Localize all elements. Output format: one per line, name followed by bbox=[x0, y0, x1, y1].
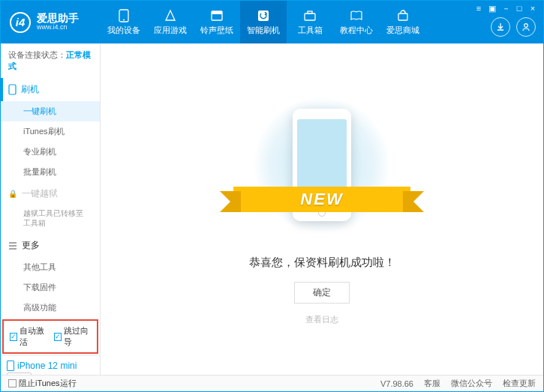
device-name: iPhone 12 mini bbox=[7, 361, 94, 371]
window-controls: ≡ ▣ － □ × bbox=[468, 1, 543, 16]
transfer-note: 越狱工具已转移至 工具箱 bbox=[1, 205, 100, 234]
cb-label: 跳过向导 bbox=[64, 325, 91, 348]
nav-label: 铃声壁纸 bbox=[200, 25, 233, 36]
sidebar-item-other-tools[interactable]: 其他工具 bbox=[1, 257, 100, 277]
checkbox-block-itunes[interactable]: 阻止iTunes运行 bbox=[8, 378, 77, 389]
main-content: NEW 恭喜您，保资料刷机成功啦！ 确定 查看日志 bbox=[101, 43, 543, 375]
ok-button[interactable]: 确定 bbox=[294, 282, 350, 304]
ribbon-text: NEW bbox=[233, 187, 410, 212]
svg-rect-5 bbox=[305, 13, 315, 20]
svg-rect-7 bbox=[398, 13, 407, 20]
logo-area: i4 爱思助手 www.i4.cn bbox=[1, 12, 101, 33]
nav-label: 教程中心 bbox=[340, 25, 373, 36]
nav-toolbox[interactable]: 工具箱 bbox=[287, 1, 333, 43]
svg-point-8 bbox=[524, 24, 528, 28]
device-block[interactable]: iPhone 12 mini 64GB Down-12mini-13,1 bbox=[1, 355, 100, 375]
minimize-button[interactable]: － bbox=[500, 3, 512, 13]
svg-rect-4 bbox=[258, 10, 269, 21]
list-icon bbox=[8, 242, 17, 250]
status-label: 设备连接状态： bbox=[8, 50, 66, 59]
toolbox-icon bbox=[303, 9, 317, 22]
wallpaper-icon bbox=[210, 9, 224, 22]
footer-wechat[interactable]: 微信公众号 bbox=[451, 378, 492, 389]
flash-icon bbox=[257, 9, 270, 22]
nav-label: 应用游戏 bbox=[154, 25, 187, 36]
close-button[interactable]: × bbox=[527, 3, 539, 13]
phone-illustration: NEW bbox=[254, 94, 389, 236]
user-button[interactable] bbox=[516, 17, 536, 37]
skin-icon[interactable]: ▣ bbox=[486, 3, 498, 13]
brand-name: 爱思助手 bbox=[37, 13, 79, 24]
store-icon bbox=[396, 9, 410, 22]
sidebar: 设备连接状态：正常模式 刷机 一键刷机 iTunes刷机 专业刷机 批量刷机 🔒… bbox=[1, 43, 101, 375]
nav-my-device[interactable]: 我的设备 bbox=[101, 1, 147, 43]
phone-icon bbox=[117, 9, 131, 22]
svg-point-1 bbox=[123, 19, 125, 20]
sidebar-item-itunes-flash[interactable]: iTunes刷机 bbox=[1, 121, 100, 142]
nav-label: 爱思商城 bbox=[386, 25, 419, 36]
checkbox-skip-guide[interactable]: ✓跳过向导 bbox=[54, 325, 91, 348]
header-label: 刷机 bbox=[21, 83, 39, 96]
sidebar-item-pro-flash[interactable]: 专业刷机 bbox=[1, 142, 100, 162]
view-log-link[interactable]: 查看日志 bbox=[305, 314, 338, 325]
nav-store[interactable]: 爱思商城 bbox=[380, 1, 426, 43]
footer: 阻止iTunes运行 V7.98.66 客服 微信公众号 检查更新 bbox=[1, 375, 543, 391]
sidebar-header-flash[interactable]: 刷机 bbox=[1, 78, 100, 101]
logo-icon: i4 bbox=[10, 12, 31, 33]
nav-apps-games[interactable]: 应用游戏 bbox=[147, 1, 194, 43]
sidebar-item-advanced[interactable]: 高级功能 bbox=[1, 298, 100, 318]
cb-label: 自动激活 bbox=[20, 325, 47, 348]
version-label: V7.98.66 bbox=[380, 379, 413, 388]
footer-service[interactable]: 客服 bbox=[424, 378, 440, 389]
new-banner: NEW bbox=[233, 187, 410, 212]
menu-icon[interactable]: ≡ bbox=[473, 3, 485, 13]
connection-status: 设备连接状态：正常模式 bbox=[1, 43, 100, 78]
cb-label: 阻止iTunes运行 bbox=[19, 378, 77, 389]
nav-label: 智能刷机 bbox=[247, 25, 280, 36]
checkbox-auto-activate[interactable]: ✓自动激活 bbox=[10, 325, 47, 348]
sidebar-item-oneclick-flash[interactable]: 一键刷机 bbox=[1, 101, 100, 121]
phone-small-icon bbox=[8, 84, 17, 95]
svg-rect-6 bbox=[308, 11, 312, 13]
lock-icon: 🔒 bbox=[8, 190, 17, 198]
sidebar-header-jailbreak[interactable]: 🔒 一键越狱 bbox=[1, 182, 100, 205]
brand-url: www.i4.cn bbox=[37, 24, 79, 31]
success-message: 恭喜您，保资料刷机成功啦！ bbox=[249, 256, 395, 270]
sidebar-item-batch-flash[interactable]: 批量刷机 bbox=[1, 162, 100, 182]
svg-rect-3 bbox=[212, 11, 222, 14]
sidebar-header-more[interactable]: 更多 bbox=[1, 234, 100, 257]
download-button[interactable] bbox=[491, 17, 510, 37]
maximize-button[interactable]: □ bbox=[513, 3, 525, 13]
nav-label: 我的设备 bbox=[107, 25, 140, 36]
header-label: 更多 bbox=[22, 239, 40, 252]
nav-label: 工具箱 bbox=[298, 25, 323, 36]
sidebar-item-download-firmware[interactable]: 下载固件 bbox=[1, 277, 100, 298]
nav-ringtone-wallpaper[interactable]: 铃声壁纸 bbox=[194, 1, 240, 43]
footer-update[interactable]: 检查更新 bbox=[503, 378, 536, 389]
nav-tutorials[interactable]: 教程中心 bbox=[333, 1, 380, 43]
svg-rect-9 bbox=[9, 85, 16, 94]
nav-smart-flash[interactable]: 智能刷机 bbox=[240, 1, 287, 43]
titlebar: i4 爱思助手 www.i4.cn 我的设备 应用游戏 铃声壁纸 智能刷机 工具… bbox=[1, 1, 543, 43]
checkbox-row: ✓自动激活 ✓跳过向导 bbox=[2, 319, 98, 354]
book-icon bbox=[350, 9, 363, 22]
apps-icon bbox=[164, 9, 177, 22]
header-label: 一键越狱 bbox=[22, 187, 58, 200]
